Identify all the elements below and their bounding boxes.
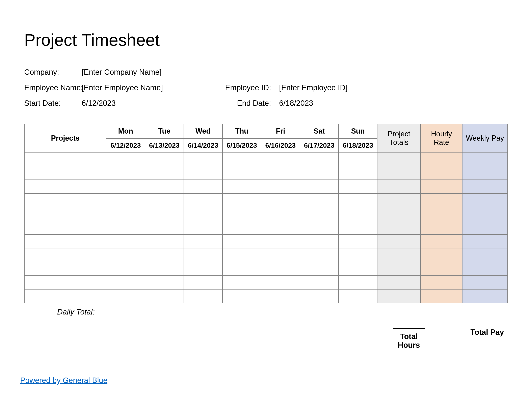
project-total-cell[interactable] — [377, 180, 421, 193]
start-date-value[interactable]: 6/12/2023 — [82, 99, 223, 108]
employee-value[interactable]: [Enter Employee Name] — [82, 84, 223, 92]
rate-cell[interactable] — [421, 262, 462, 276]
hours-cell[interactable] — [339, 193, 377, 207]
powered-by-link[interactable]: Powered by General Blue — [20, 376, 107, 385]
hours-cell[interactable] — [339, 289, 377, 303]
project-cell[interactable] — [24, 180, 106, 193]
hours-cell[interactable] — [184, 276, 222, 289]
hours-cell[interactable] — [222, 193, 261, 207]
rate-cell[interactable] — [421, 166, 462, 180]
hours-cell[interactable] — [106, 234, 145, 248]
hours-cell[interactable] — [222, 289, 261, 303]
hours-cell[interactable] — [184, 207, 222, 221]
end-date-value[interactable]: 6/18/2023 — [279, 99, 400, 108]
hours-cell[interactable] — [339, 152, 377, 166]
hours-cell[interactable] — [184, 262, 222, 276]
hours-cell[interactable] — [222, 276, 261, 289]
hours-cell[interactable] — [184, 193, 222, 207]
hours-cell[interactable] — [145, 248, 184, 262]
hours-cell[interactable] — [106, 248, 145, 262]
hours-cell[interactable] — [106, 262, 145, 276]
project-cell[interactable] — [24, 221, 106, 234]
hours-cell[interactable] — [145, 289, 184, 303]
rate-cell[interactable] — [421, 180, 462, 193]
project-cell[interactable] — [24, 289, 106, 303]
hours-cell[interactable] — [222, 248, 261, 262]
rate-cell[interactable] — [421, 289, 462, 303]
hours-cell[interactable] — [184, 180, 222, 193]
hours-cell[interactable] — [145, 207, 184, 221]
hours-cell[interactable] — [145, 180, 184, 193]
project-total-cell[interactable] — [377, 262, 421, 276]
hours-cell[interactable] — [145, 234, 184, 248]
rate-cell[interactable] — [421, 152, 462, 166]
project-cell[interactable] — [24, 234, 106, 248]
hours-cell[interactable] — [261, 276, 300, 289]
project-total-cell[interactable] — [377, 221, 421, 234]
hours-cell[interactable] — [145, 262, 184, 276]
hours-cell[interactable] — [106, 276, 145, 289]
project-cell[interactable] — [24, 193, 106, 207]
project-cell[interactable] — [24, 166, 106, 180]
project-total-cell[interactable] — [377, 289, 421, 303]
hours-cell[interactable] — [339, 166, 377, 180]
project-cell[interactable] — [24, 207, 106, 221]
project-total-cell[interactable] — [377, 193, 421, 207]
hours-cell[interactable] — [145, 193, 184, 207]
project-total-cell[interactable] — [377, 248, 421, 262]
hours-cell[interactable] — [145, 166, 184, 180]
company-value[interactable]: [Enter Company Name] — [82, 68, 223, 76]
hours-cell[interactable] — [145, 152, 184, 166]
hours-cell[interactable] — [339, 234, 377, 248]
rate-cell[interactable] — [421, 234, 462, 248]
hours-cell[interactable] — [339, 248, 377, 262]
hours-cell[interactable] — [106, 166, 145, 180]
hours-cell[interactable] — [300, 152, 339, 166]
project-total-cell[interactable] — [377, 234, 421, 248]
rate-cell[interactable] — [421, 276, 462, 289]
hours-cell[interactable] — [261, 289, 300, 303]
hours-cell[interactable] — [145, 221, 184, 234]
hours-cell[interactable] — [106, 180, 145, 193]
hours-cell[interactable] — [300, 289, 339, 303]
hours-cell[interactable] — [106, 193, 145, 207]
hours-cell[interactable] — [222, 180, 261, 193]
hours-cell[interactable] — [222, 152, 261, 166]
hours-cell[interactable] — [184, 152, 222, 166]
project-cell[interactable] — [24, 276, 106, 289]
hours-cell[interactable] — [222, 207, 261, 221]
rate-cell[interactable] — [421, 193, 462, 207]
hours-cell[interactable] — [106, 221, 145, 234]
hours-cell[interactable] — [300, 276, 339, 289]
hours-cell[interactable] — [222, 166, 261, 180]
hours-cell[interactable] — [184, 221, 222, 234]
hours-cell[interactable] — [261, 221, 300, 234]
project-total-cell[interactable] — [377, 276, 421, 289]
employee-id-value[interactable]: [Enter Employee ID] — [279, 84, 400, 92]
project-cell[interactable] — [24, 262, 106, 276]
hours-cell[interactable] — [300, 207, 339, 221]
hours-cell[interactable] — [261, 207, 300, 221]
rate-cell[interactable] — [421, 207, 462, 221]
hours-cell[interactable] — [261, 152, 300, 166]
project-total-cell[interactable] — [377, 207, 421, 221]
hours-cell[interactable] — [300, 221, 339, 234]
rate-cell[interactable] — [421, 248, 462, 262]
hours-cell[interactable] — [222, 234, 261, 248]
hours-cell[interactable] — [184, 248, 222, 262]
hours-cell[interactable] — [222, 221, 261, 234]
hours-cell[interactable] — [300, 180, 339, 193]
hours-cell[interactable] — [184, 166, 222, 180]
hours-cell[interactable] — [106, 152, 145, 166]
hours-cell[interactable] — [184, 289, 222, 303]
hours-cell[interactable] — [261, 166, 300, 180]
hours-cell[interactable] — [339, 180, 377, 193]
hours-cell[interactable] — [300, 234, 339, 248]
hours-cell[interactable] — [339, 276, 377, 289]
hours-cell[interactable] — [300, 166, 339, 180]
hours-cell[interactable] — [106, 289, 145, 303]
hours-cell[interactable] — [300, 193, 339, 207]
hours-cell[interactable] — [261, 262, 300, 276]
hours-cell[interactable] — [184, 234, 222, 248]
hours-cell[interactable] — [339, 221, 377, 234]
